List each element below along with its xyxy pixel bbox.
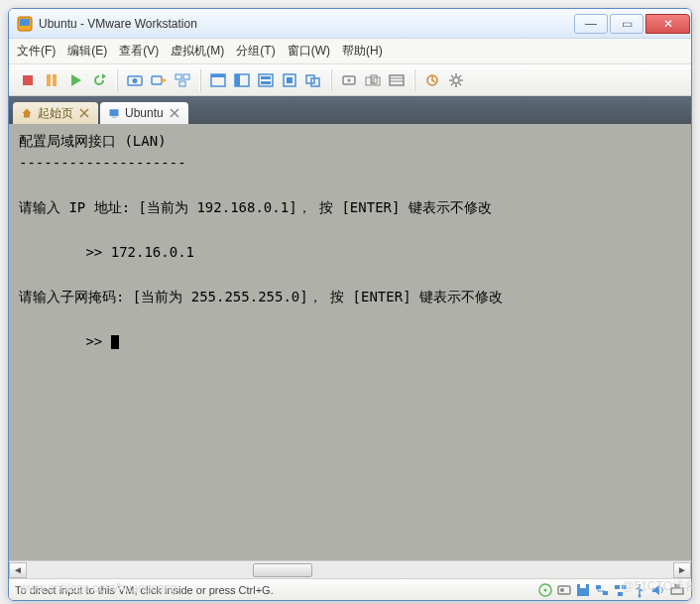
menu-tabs[interactable]: 分组(T) <box>236 43 275 60</box>
close-tab-icon[interactable] <box>78 107 90 119</box>
snapshot-revert-button[interactable] <box>148 69 170 91</box>
titlebar[interactable]: Ubuntu - VMware Workstation — ▭ ✕ <box>9 9 691 39</box>
svg-rect-43 <box>580 584 586 588</box>
svg-rect-44 <box>596 585 601 589</box>
svg-rect-51 <box>671 588 683 594</box>
snapshot-manager-button[interactable] <box>172 69 193 91</box>
console-line: 请输入子网掩码: [当前为 255.255.255.0]， 按 [ENTER] … <box>19 289 503 304</box>
menu-windows[interactable]: 窗口(W) <box>288 43 330 60</box>
svg-rect-1 <box>20 19 30 26</box>
vm-console[interactable]: 配置局域网接口 (LAN) -------------------- 请输入 I… <box>9 124 691 560</box>
close-button[interactable]: ✕ <box>645 14 690 34</box>
console-line: -------------------- <box>19 155 186 171</box>
svg-rect-22 <box>287 77 292 83</box>
tabs-button[interactable] <box>362 69 384 91</box>
svg-rect-20 <box>261 81 271 84</box>
cdrom-icon[interactable] <box>537 582 553 598</box>
view-appliance-button[interactable] <box>255 69 277 91</box>
svg-marker-50 <box>652 585 659 595</box>
usb-icon[interactable] <box>632 582 647 598</box>
tab-home[interactable]: 起始页 <box>13 102 98 124</box>
toolbar-separator <box>116 69 118 91</box>
horizontal-scrollbar[interactable]: ◄ ► <box>9 560 691 578</box>
sound-icon[interactable] <box>650 582 666 598</box>
svg-rect-52 <box>674 584 680 588</box>
menu-file[interactable]: 文件(F) <box>17 43 56 60</box>
svg-rect-12 <box>183 74 189 79</box>
connect-device-button[interactable] <box>421 69 443 91</box>
status-text: To direct input to this VM, click inside… <box>15 584 274 596</box>
svg-point-26 <box>348 78 351 81</box>
console-line: >> <box>19 333 111 349</box>
tab-ubuntu[interactable]: Ubuntu <box>100 102 188 124</box>
tab-label: 起始页 <box>38 105 73 122</box>
console-line: 配置局域网接口 (LAN) <box>19 133 167 149</box>
printer-icon[interactable] <box>669 582 685 598</box>
toolbar-separator <box>199 69 201 91</box>
menu-help[interactable]: 帮助(H) <box>342 43 383 60</box>
window-controls: — ▭ ✕ <box>573 14 691 34</box>
svg-rect-13 <box>179 81 185 86</box>
console-line: >> 172.16.0.1 <box>19 244 194 260</box>
floppy-icon[interactable] <box>575 582 591 598</box>
console-line: 请输入 IP 地址: [当前为 192.168.0.1]， 按 [ENTER] … <box>19 199 492 215</box>
status-bar: To direct input to this VM, click inside… <box>9 578 691 600</box>
toolbar-separator <box>413 69 415 91</box>
sidebar-button[interactable] <box>386 69 408 91</box>
minimize-button[interactable]: — <box>574 14 608 34</box>
tab-label: Ubuntu <box>125 106 164 120</box>
settings-button[interactable] <box>445 69 467 91</box>
svg-marker-35 <box>23 109 32 118</box>
close-tab-icon[interactable] <box>169 107 180 119</box>
app-icon <box>17 16 33 32</box>
menu-view[interactable]: 查看(V) <box>119 43 159 60</box>
vmware-window: Ubuntu - VMware Workstation — ▭ ✕ 文件(F) … <box>8 8 692 601</box>
svg-rect-3 <box>47 74 51 86</box>
quickswitch-button[interactable] <box>338 69 360 91</box>
scroll-right-button[interactable]: ► <box>673 562 691 578</box>
text-cursor <box>111 335 119 349</box>
home-icon <box>21 107 33 119</box>
restart-button[interactable] <box>88 69 110 91</box>
svg-rect-24 <box>311 78 319 86</box>
svg-rect-2 <box>23 75 33 85</box>
scroll-track[interactable] <box>27 562 673 578</box>
svg-rect-17 <box>235 74 240 86</box>
tab-strip: 起始页 Ubuntu <box>9 96 691 124</box>
snapshot-button[interactable] <box>124 69 146 91</box>
play-button[interactable] <box>64 69 86 91</box>
svg-rect-15 <box>211 74 225 77</box>
svg-rect-30 <box>390 75 404 85</box>
svg-rect-47 <box>622 585 627 589</box>
network-icon[interactable] <box>594 582 610 598</box>
fullscreen-button[interactable] <box>279 69 300 91</box>
vm-icon <box>108 107 120 119</box>
svg-marker-5 <box>71 74 81 86</box>
maximize-button[interactable]: ▭ <box>610 14 643 34</box>
svg-rect-23 <box>306 75 314 83</box>
stop-button[interactable] <box>17 69 39 91</box>
menu-vm[interactable]: 虚拟机(M) <box>171 43 224 60</box>
svg-rect-45 <box>603 591 608 595</box>
scroll-thumb[interactable] <box>253 563 312 577</box>
svg-point-8 <box>133 78 138 83</box>
view-console-button[interactable] <box>207 69 229 91</box>
toolbar-separator <box>330 69 332 91</box>
svg-point-41 <box>560 588 564 592</box>
svg-rect-9 <box>152 76 162 84</box>
menu-edit[interactable]: 编辑(E) <box>67 43 107 60</box>
pause-button[interactable] <box>41 69 62 91</box>
scroll-left-button[interactable]: ◄ <box>9 562 27 578</box>
svg-rect-11 <box>175 74 181 79</box>
svg-point-39 <box>544 588 547 591</box>
view-summary-button[interactable] <box>231 69 253 91</box>
svg-point-49 <box>639 594 642 597</box>
svg-rect-48 <box>618 592 623 596</box>
svg-rect-37 <box>112 117 117 118</box>
window-title: Ubuntu - VMware Workstation <box>39 17 197 31</box>
unity-button[interactable] <box>302 69 324 91</box>
svg-rect-19 <box>261 76 271 79</box>
menubar: 文件(F) 编辑(E) 查看(V) 虚拟机(M) 分组(T) 窗口(W) 帮助(… <box>9 39 691 64</box>
harddisk-icon[interactable] <box>556 582 572 598</box>
network2-icon[interactable] <box>613 582 629 598</box>
